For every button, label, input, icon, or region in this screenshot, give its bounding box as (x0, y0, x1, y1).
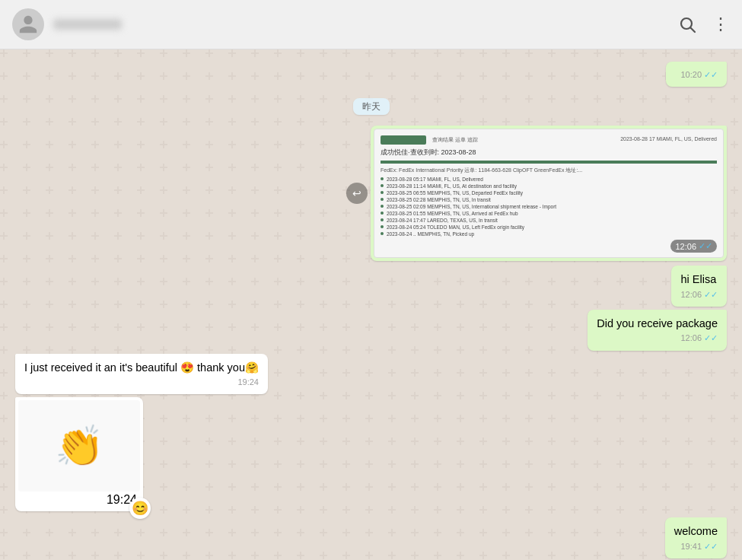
message-row: ↩ 查询结果 运单 追踪 2023-08-28 17 MIAMI, FL, US… (15, 126, 727, 261)
message-text: I just received it an it's beautiful 😍 t… (24, 361, 259, 374)
header-actions: ⋮ (678, 15, 730, 33)
message-row: welcome 19:41 ✓✓ (15, 517, 727, 558)
message-tick: ✓✓ (704, 541, 718, 552)
message-time: 12:06 (680, 332, 702, 344)
message-time: 10:20 (680, 69, 702, 81)
doc-row: 2023-08-25 02:28 MEMPHIS, TN, US, In tra… (381, 197, 717, 202)
image-message-bubble: ↩ 查询结果 运单 追踪 2023-08-28 17 MIAMI, FL, US… (371, 126, 727, 261)
tick-icon: ✓✓ (699, 241, 712, 251)
menu-button[interactable]: ⋮ (712, 15, 730, 33)
svg-line-1 (691, 28, 696, 33)
message-time: 12:06 (680, 289, 702, 301)
contact-name (53, 19, 122, 30)
message-row: I just received it an it's beautiful 😍 t… (15, 354, 727, 395)
forward-icon: ↩ (346, 183, 368, 204)
doc-divider (381, 161, 717, 164)
message-time: 19:41 (680, 541, 702, 552)
message-text: Did you receive package (597, 317, 718, 329)
date-label: 昨天 (353, 98, 390, 115)
doc-row: 2023-08-25 01:55 MEMPHIS, TN, US, Arrive… (381, 211, 717, 216)
message-bubble: 10:20 ✓✓ (666, 62, 727, 87)
message-tick: ✓✓ (704, 289, 718, 301)
image-overlay-time: 12:06 ✓✓ (670, 240, 717, 253)
doc-row: 2023-08-24 17:47 LAREDO, TEXAS, US, In t… (381, 218, 717, 223)
message-time: 19:24 (237, 377, 259, 388)
clap-emoji-image: 👏 (18, 400, 140, 492)
date-separator: 昨天 (15, 99, 727, 113)
clap-emoji: 👏 (55, 423, 104, 469)
message-bubble: welcome 19:41 ✓✓ (665, 517, 727, 558)
message-row: 10:20 ✓✓ (15, 62, 727, 87)
person-icon (18, 14, 39, 35)
doc-title: 查询结果 运单 追踪 2023-08-28 17 MIAMI, FL, US, … (432, 136, 717, 144)
message-row: Did you receive package 12:06 ✓✓ (15, 310, 727, 351)
message-row: hi Elisa 12:06 ✓✓ (15, 266, 727, 307)
message-text: welcome (674, 525, 718, 537)
message-tick: ✓✓ (704, 332, 718, 344)
doc-row: 2023-08-25 06:55 MEMPHIS, TN, US, Depart… (381, 190, 717, 196)
document-preview: 查询结果 运单 追踪 2023-08-28 17 MIAMI, FL, US, … (374, 129, 724, 258)
doc-row: 2023-08-25 02:09 MEMPHIS, TN, US, Intern… (381, 204, 717, 209)
message-bubble: I just received it an it's beautiful 😍 t… (15, 354, 268, 395)
chat-area: 10:20 ✓✓ 昨天 ↩ 查询结果 运单 追踪 (0, 49, 742, 560)
message-tick: ✓✓ (704, 69, 718, 81)
message-bubble: hi Elisa 12:06 ✓✓ (671, 266, 727, 307)
doc-row: 2023-08-28 11:14 MIAMI, FL, US, At desti… (381, 183, 717, 189)
doc-heading: 成功悦佳·查收到时: 2023-08-28 (381, 148, 717, 158)
doc-row: 2023-08-24 05:24 TOLEDO MAN, US, Left Fe… (381, 224, 717, 230)
message-bubble: Did you receive package 12:06 ✓✓ (588, 310, 727, 351)
doc-subtitle: FedEx: FedEx International Priority 运单: … (381, 167, 717, 174)
message-row: 👏 19:24 😊 (15, 397, 727, 511)
doc-row: 2023-08-24 .. MEMPHIS, TN, Picked up (381, 231, 717, 237)
image-message-bubble: 👏 19:24 😊 (15, 397, 143, 511)
time-label: 12:06 (675, 242, 696, 251)
message-text: hi Elisa (680, 273, 716, 285)
doc-logo (381, 135, 426, 145)
search-button[interactable] (678, 15, 696, 33)
reaction-emoji: 😊 (129, 498, 151, 519)
chat-header: ⋮ (0, 0, 742, 49)
doc-row: 2023-08-28 05:17 MIAMI, FL, US, Delivere… (381, 177, 717, 182)
avatar (12, 8, 44, 40)
